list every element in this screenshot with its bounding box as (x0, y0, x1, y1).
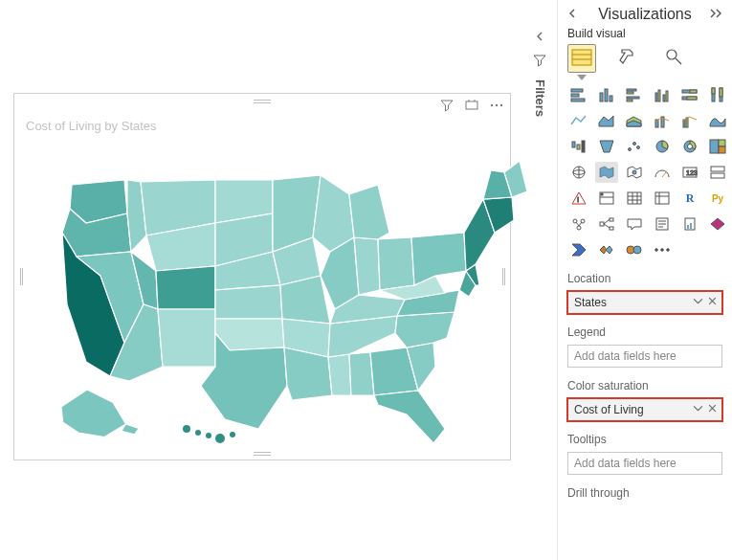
report-canvas[interactable]: Cost of Living by States (0, 0, 524, 560)
viz-multi-row-card[interactable] (706, 162, 729, 183)
svg-rect-24 (655, 93, 657, 101)
tooltips-well[interactable]: Add data fields here (567, 452, 722, 475)
viz-waterfall[interactable] (567, 136, 590, 157)
viz-stacked-bar[interactable] (567, 84, 590, 105)
svg-rect-55 (719, 146, 725, 153)
svg-rect-23 (627, 100, 632, 101)
viz-donut[interactable] (678, 136, 701, 157)
svg-rect-18 (605, 89, 608, 101)
svg-rect-75 (655, 192, 669, 204)
viz-python[interactable]: Py (706, 188, 729, 209)
viz-clustered-column[interactable] (651, 84, 674, 105)
resize-grip-top[interactable] (254, 98, 271, 103)
svg-point-100 (661, 249, 664, 252)
svg-rect-19 (610, 96, 612, 101)
filters-pane-collapsed[interactable]: Filters (529, 31, 550, 126)
resize-grip-bottom[interactable] (254, 450, 271, 456)
viz-app-source[interactable] (595, 239, 618, 260)
tooltips-label: Tooltips (567, 433, 722, 446)
viz-slicer[interactable] (595, 188, 618, 209)
viz-stacked-column[interactable] (595, 84, 618, 105)
viz-treemap[interactable] (706, 136, 729, 157)
viz-area[interactable] (595, 110, 618, 131)
svg-marker-36 (599, 116, 613, 126)
viz-ribbon[interactable] (706, 110, 729, 131)
svg-rect-85 (610, 227, 613, 230)
viz-card[interactable]: 123 (678, 162, 701, 183)
viz-line-stacked-column[interactable] (651, 110, 674, 131)
chevron-left-icon[interactable] (567, 8, 581, 21)
viz-more-icon[interactable] (651, 239, 674, 260)
viz-line[interactable] (567, 110, 590, 131)
svg-point-101 (667, 249, 670, 252)
svg-line-81 (576, 222, 579, 226)
chevron-down-icon[interactable] (693, 296, 703, 309)
viz-r-script[interactable]: R (678, 188, 701, 209)
filter-icon[interactable] (439, 98, 455, 113)
viz-decomposition-tree[interactable] (595, 213, 618, 235)
viz-qna[interactable] (623, 213, 646, 235)
svg-rect-83 (600, 222, 604, 226)
legend-placeholder: Add data fields here (574, 349, 677, 363)
viz-gauge[interactable] (651, 162, 674, 183)
viz-kpi[interactable]: ! (567, 188, 590, 209)
color-saturation-well[interactable]: Cost of Living (567, 398, 722, 421)
resize-grip-right[interactable] (500, 268, 506, 285)
viz-filled-map[interactable] (595, 162, 618, 183)
expand-icon[interactable] (709, 8, 722, 21)
viz-100-stacked-column[interactable] (706, 84, 729, 105)
viz-matrix[interactable] (651, 188, 674, 209)
viz-get-more[interactable] (623, 239, 646, 260)
location-section: Location States (567, 272, 722, 314)
svg-marker-96 (572, 244, 586, 256)
viz-clustered-bar[interactable] (623, 84, 646, 105)
viz-table[interactable] (623, 188, 646, 209)
svg-point-47 (629, 148, 632, 151)
viz-pie[interactable] (651, 136, 674, 157)
location-well[interactable]: States (567, 291, 722, 314)
more-options-icon[interactable] (489, 98, 504, 113)
svg-rect-84 (610, 218, 613, 221)
viz-100-stacked-bar[interactable] (678, 84, 701, 105)
viz-stacked-area[interactable] (623, 110, 646, 131)
svg-point-52 (688, 145, 693, 149)
svg-line-87 (604, 224, 610, 228)
viz-power-automate[interactable] (567, 239, 590, 260)
viz-scatter[interactable] (623, 136, 646, 157)
chevron-down-icon[interactable] (693, 403, 703, 416)
legend-label: Legend (567, 325, 722, 339)
svg-rect-35 (720, 88, 722, 97)
analytics-tab[interactable] (659, 44, 688, 73)
svg-rect-27 (666, 91, 668, 101)
svg-rect-9 (572, 50, 591, 65)
svg-rect-20 (627, 89, 636, 91)
svg-line-82 (579, 222, 582, 226)
viz-azure-map[interactable] (623, 162, 646, 183)
viz-map[interactable] (567, 162, 590, 183)
drill-through-label: Drill through (567, 486, 722, 500)
map-visual-container[interactable]: Cost of Living by States (13, 93, 511, 460)
svg-point-6 (206, 433, 211, 438)
svg-rect-43 (572, 142, 575, 147)
viz-key-influencers[interactable] (567, 213, 590, 235)
focus-mode-icon[interactable] (464, 98, 479, 113)
viz-funnel[interactable] (595, 136, 618, 157)
format-tab[interactable] (613, 44, 642, 73)
filled-map-visual[interactable] (33, 142, 493, 448)
svg-rect-70 (628, 192, 641, 204)
svg-rect-22 (627, 97, 639, 99)
remove-field-icon[interactable] (707, 403, 718, 416)
svg-rect-31 (687, 97, 697, 100)
viz-paginated-report[interactable] (678, 213, 701, 235)
viz-line-clustered-column[interactable] (678, 110, 701, 131)
svg-rect-17 (600, 93, 603, 101)
viz-type-gallery: 123 ! R Py (567, 84, 722, 260)
filter-icon (533, 54, 546, 70)
viz-smart-narrative[interactable] (651, 213, 674, 235)
resize-grip-left[interactable] (18, 268, 24, 285)
svg-rect-14 (571, 89, 583, 92)
viz-power-apps[interactable] (706, 213, 729, 235)
legend-well[interactable]: Add data fields here (567, 345, 722, 368)
build-tab[interactable] (567, 44, 596, 73)
remove-field-icon[interactable] (707, 296, 718, 309)
